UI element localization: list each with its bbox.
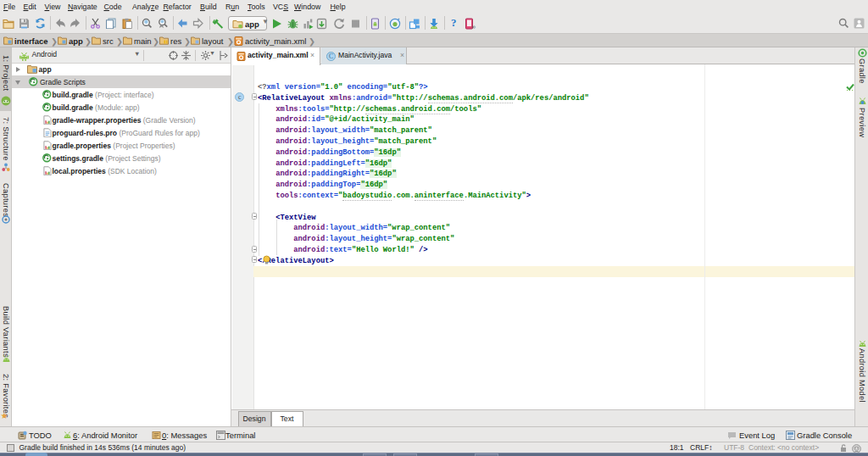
svg-text:∞: ∞ <box>471 24 476 30</box>
